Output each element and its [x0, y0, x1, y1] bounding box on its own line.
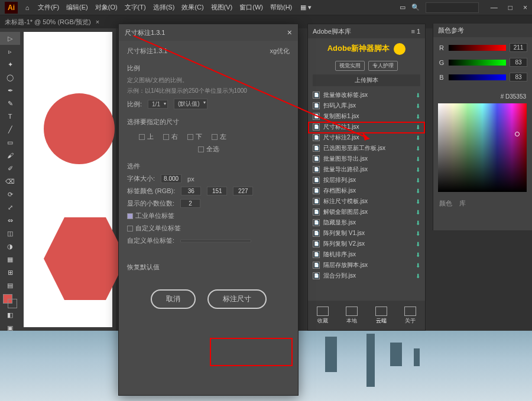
menu-type[interactable]: 文字(T)	[125, 3, 146, 12]
script-item[interactable]: 📄标注尺寸模板.jsx⬇	[308, 196, 425, 207]
menu-effect[interactable]: 效果(C)	[181, 3, 203, 12]
tool-curvature[interactable]: ✎	[0, 97, 20, 110]
check-bottom[interactable]	[187, 134, 193, 140]
script-item[interactable]: 📄尺寸标注1.jsx⬇	[308, 122, 425, 132]
shape-circle[interactable]	[44, 93, 115, 164]
menu-file[interactable]: 文件(F)	[38, 3, 59, 12]
scripts-panel-tab[interactable]: Adobe脚本库	[313, 27, 351, 36]
r-value-input[interactable]: 211	[510, 43, 527, 52]
script-item[interactable]: 📄隔层存放脚本.jsx⬇	[308, 260, 425, 270]
tool-scale[interactable]: ⤢	[0, 201, 20, 214]
download-icon[interactable]: ⬇	[416, 113, 420, 120]
script-item[interactable]: 📄批量修改标签.jsx⬇	[308, 90, 425, 100]
ratio-default-dropdown[interactable]: (默认值)	[174, 99, 207, 109]
download-icon[interactable]: ⬇	[416, 103, 420, 109]
script-item[interactable]: 📄阵列复制 V1.jsx⬇	[308, 228, 425, 239]
tool-brush[interactable]: 🖌	[0, 149, 20, 162]
ok-button[interactable]: 标注尺寸	[207, 289, 267, 309]
download-icon[interactable]: ⬇	[416, 156, 420, 162]
tool-shaper[interactable]: ✐	[0, 162, 20, 175]
b-slider[interactable]	[449, 74, 506, 80]
lib-tab-library[interactable]: 库	[459, 199, 466, 208]
download-icon[interactable]: ⬇	[416, 209, 420, 216]
label-color-g-input[interactable]: 151	[207, 187, 227, 195]
label-color-r-input[interactable]: 36	[181, 187, 201, 195]
lib-tab-color[interactable]: 颜色	[439, 199, 452, 208]
script-item[interactable]: 📄尺寸标注2.jsx⬇	[308, 132, 425, 143]
script-item[interactable]: 📄混合分到.jsx⬇	[308, 270, 425, 281]
tool-rectangle[interactable]: ▭	[0, 136, 20, 149]
tool-width[interactable]: ⇔	[0, 214, 20, 227]
menu-select[interactable]: 选择(S)	[153, 3, 175, 12]
download-icon[interactable]: ⬇	[416, 124, 420, 131]
menu-object[interactable]: 对象(O)	[95, 3, 118, 12]
check-custom-units[interactable]	[127, 226, 133, 232]
tool-draw-modes[interactable]: ◧	[0, 308, 20, 321]
download-icon[interactable]: ⬇	[416, 188, 420, 194]
tool-type[interactable]: T	[0, 110, 20, 123]
menu-window[interactable]: 窗口(W)	[239, 3, 263, 12]
g-slider[interactable]	[449, 60, 506, 66]
tool-lasso[interactable]: ◯	[0, 71, 20, 84]
tool-pen[interactable]: ✒	[0, 84, 20, 97]
fill-stroke-swatch[interactable]	[3, 294, 17, 308]
bottom-tab-cloud[interactable]: 云端	[375, 307, 387, 325]
download-icon[interactable]: ⬇	[416, 262, 420, 269]
script-item[interactable]: 📄扫码入库.jsx⬇	[308, 100, 425, 111]
tool-free-transform[interactable]: ◫	[0, 227, 20, 240]
hex-value-input[interactable]: D35353	[505, 93, 526, 100]
menu-view[interactable]: 视图(V)	[211, 3, 233, 12]
tool-rotate[interactable]: ⟳	[0, 188, 20, 201]
tool-shape-builder[interactable]: ◑	[0, 240, 20, 253]
check-left[interactable]	[212, 134, 218, 140]
download-icon[interactable]: ⬇	[416, 92, 420, 99]
download-icon[interactable]: ⬇	[416, 230, 420, 237]
menu-extra-icon[interactable]: ▦ ▾	[300, 4, 312, 11]
ratio-dropdown[interactable]: 1/1	[148, 100, 168, 109]
download-icon[interactable]: ⬇	[416, 252, 420, 258]
tool-selection[interactable]: ▷	[0, 32, 20, 45]
download-icon[interactable]: ⬇	[416, 145, 420, 152]
tool-magic-wand[interactable]: ✦	[0, 58, 20, 71]
check-engineering-units[interactable]	[127, 213, 133, 219]
script-item[interactable]: 📄隐藏显形.jsx⬇	[308, 217, 425, 228]
script-item[interactable]: 📄存档图标.jsx⬇	[308, 185, 425, 196]
tool-line[interactable]: ╱	[0, 123, 20, 136]
document-tab-close-icon[interactable]: ×	[96, 18, 99, 25]
tool-perspective[interactable]: ▦	[0, 253, 20, 266]
download-icon[interactable]: ⬇	[416, 273, 420, 279]
window-maximize-icon[interactable]: □	[508, 4, 512, 12]
document-tab[interactable]: 未标题-1* @ 50% (RGB/预览)	[5, 18, 91, 27]
download-icon[interactable]: ⬇	[416, 177, 420, 184]
menu-help[interactable]: 帮助(H)	[270, 3, 292, 12]
download-icon[interactable]: ⬇	[416, 167, 420, 173]
script-item[interactable]: 📄解锁全部图层.jsx⬇	[308, 207, 425, 217]
search-input[interactable]	[426, 2, 479, 13]
scripts-tag-1[interactable]: 视觉实用	[335, 61, 365, 71]
custom-units-input[interactable]	[180, 240, 251, 242]
download-icon[interactable]: ⬇	[416, 220, 420, 226]
b-value-input[interactable]: 83	[510, 73, 527, 81]
decimals-input[interactable]: 2	[180, 199, 200, 208]
script-item[interactable]: 📄按层排列.jsx⬇	[308, 175, 425, 185]
layout-icon[interactable]: ▭	[400, 4, 406, 11]
script-item[interactable]: 📄复制图标1.jsx⬇	[308, 111, 425, 122]
search-icon[interactable]: 🔍	[411, 4, 420, 11]
font-size-input[interactable]: 8.000	[161, 174, 181, 183]
bottom-tab-about[interactable]: 关于	[404, 307, 416, 325]
script-item[interactable]: 📄已选图形至新工作板.jsx⬇	[308, 143, 425, 154]
scripts-tag-2[interactable]: 专人护理	[368, 61, 398, 71]
scripts-category-button[interactable]: 上传脚本	[313, 74, 420, 86]
color-panel-tab[interactable]: 颜色参考	[433, 24, 532, 37]
dialog-close-icon[interactable]: ×	[287, 28, 292, 37]
scripts-list[interactable]: 📄批量修改标签.jsx⬇📄扫码入库.jsx⬇📄复制图标1.jsx⬇📄尺寸标注1.…	[308, 89, 425, 282]
g-value-input[interactable]: 83	[510, 58, 527, 67]
check-all[interactable]	[198, 146, 204, 152]
bottom-tab-fav[interactable]: 收藏	[317, 307, 329, 325]
r-slider[interactable]	[449, 45, 506, 51]
tool-mesh[interactable]: ⊞	[0, 266, 20, 279]
download-icon[interactable]: ⬇	[416, 241, 420, 247]
download-icon[interactable]: ⬇	[416, 135, 420, 141]
script-item[interactable]: 📄阵列复制 V2.jsx⬇	[308, 239, 425, 249]
check-right[interactable]	[163, 134, 169, 140]
